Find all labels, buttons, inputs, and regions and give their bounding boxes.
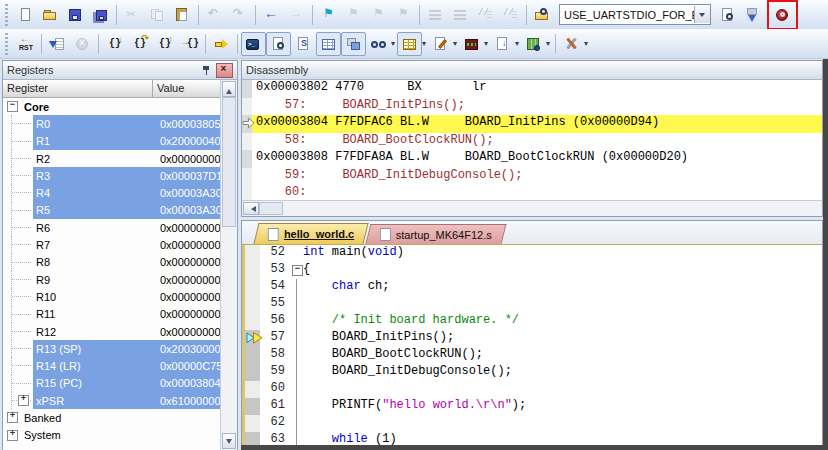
code-editor[interactable]: 52int main(void)53−{54 char ch;5556 /* I… xyxy=(242,245,822,450)
code-token: int xyxy=(303,245,325,259)
tree-expander-icon[interactable]: + xyxy=(7,430,18,441)
step-out-button[interactable] xyxy=(152,32,177,56)
register-row[interactable]: R40x00003A30 xyxy=(3,184,221,201)
register-row[interactable]: +xPSR0x61000000 xyxy=(3,392,221,409)
reset-button[interactable] xyxy=(13,32,38,56)
uncomment-icon xyxy=(502,7,519,23)
registers-list[interactable]: −CoreR00x00003805R10x20000040R20x0000000… xyxy=(3,98,221,444)
value-column-header[interactable]: Value xyxy=(153,80,221,98)
register-value: 0x00003A30 xyxy=(156,202,222,219)
analysis-windows-button[interactable] xyxy=(459,32,484,56)
find-next-button[interactable] xyxy=(715,3,740,27)
find-in-files-button[interactable] xyxy=(530,3,555,27)
register-row[interactable]: R30x000037D1 xyxy=(3,167,221,184)
memory-windows-button[interactable] xyxy=(397,32,422,56)
scroll-left-icon[interactable] xyxy=(243,202,259,215)
register-name: R12 xyxy=(33,323,156,340)
symbol-window-button[interactable] xyxy=(291,32,316,56)
indent-button xyxy=(423,3,448,27)
save-all-button[interactable] xyxy=(88,3,113,27)
bookmark-clear-all-button xyxy=(391,3,416,27)
trace-windows-button[interactable] xyxy=(490,32,515,56)
register-row[interactable]: R80x00000000 xyxy=(3,254,221,271)
disassembly-window-button[interactable] xyxy=(266,32,291,56)
tab-startup-mk64f12-s[interactable]: startup_MK64F12.s xyxy=(366,224,507,244)
show-next-statement-button[interactable] xyxy=(209,32,234,56)
registers-window-button[interactable] xyxy=(316,32,341,56)
register-row[interactable]: R13 (SP)0x20030000 xyxy=(3,340,221,357)
call-stack-window-button[interactable] xyxy=(341,32,366,56)
paste-button[interactable] xyxy=(170,3,195,27)
toolbar-grip[interactable] xyxy=(5,4,8,26)
system-viewer-dropdown-icon[interactable]: ▾ xyxy=(546,39,552,48)
register-row[interactable]: +System xyxy=(3,427,221,444)
navigate-back-button[interactable] xyxy=(259,3,284,27)
tree-expander-icon[interactable]: − xyxy=(7,101,18,112)
scrollbar-thumb[interactable] xyxy=(259,202,283,215)
tree-gutter xyxy=(3,219,33,236)
register-row[interactable]: R100x00000000 xyxy=(3,288,221,305)
line-number: 59 xyxy=(260,364,290,381)
code-line: 54 char ch; xyxy=(245,279,822,296)
register-row[interactable]: R20x00000000 xyxy=(3,150,221,167)
fold-collapse-icon[interactable]: − xyxy=(292,265,303,276)
code-text: { xyxy=(303,262,822,279)
paste-icon xyxy=(174,7,191,23)
disassembly-content[interactable]: 0x00003802 4770 BX lr 57: BOARD_InitPins… xyxy=(242,79,822,201)
register-row[interactable]: R120x00000000 xyxy=(3,323,221,340)
scrollbar-thumb[interactable] xyxy=(222,97,236,227)
disassembly-hscrollbar[interactable] xyxy=(242,200,822,216)
watch-windows-button[interactable] xyxy=(366,32,391,56)
toolbar-grip[interactable] xyxy=(5,33,8,55)
register-value: 0x00003805 xyxy=(156,115,221,132)
close-icon[interactable] xyxy=(216,63,233,78)
register-row[interactable]: R110x00000000 xyxy=(3,306,221,323)
new-file-button[interactable] xyxy=(13,3,38,27)
toolbox-button[interactable] xyxy=(559,32,584,56)
editor-tab-bar: hello_world.c startup_MK64F12.s xyxy=(242,221,822,245)
reset-icon xyxy=(17,36,34,52)
register-row[interactable]: R10x20000040 xyxy=(3,133,221,150)
disassembly-text: 57: BOARD_InitPins(); xyxy=(252,98,465,116)
register-row[interactable]: R14 (LR)0x00000C75 xyxy=(3,357,221,374)
run-to-cursor-button[interactable] xyxy=(177,32,202,56)
tree-expander-icon[interactable]: + xyxy=(18,395,29,406)
tab-hello-world-c[interactable]: hello_world.c xyxy=(253,223,369,244)
register-row[interactable]: R00x00003805 xyxy=(3,115,221,132)
register-row[interactable]: +Banked xyxy=(3,409,221,426)
exec-mark xyxy=(245,381,260,398)
pin-icon[interactable] xyxy=(200,64,213,76)
command-window-button[interactable] xyxy=(241,32,266,56)
copy-button xyxy=(145,3,170,27)
scroll-down-icon[interactable] xyxy=(222,433,236,449)
find-highlight-button[interactable] xyxy=(770,3,795,27)
run-button[interactable] xyxy=(45,32,70,56)
incremental-find-button[interactable] xyxy=(740,3,765,27)
register-row[interactable]: R60x00000000 xyxy=(3,219,221,236)
register-name: Banked xyxy=(21,409,144,426)
register-column-header[interactable]: Register xyxy=(3,80,153,98)
register-row[interactable]: −Core xyxy=(3,98,221,115)
cut-button xyxy=(120,3,145,27)
tree-gutter: + xyxy=(3,409,21,426)
watch-windows-group: ▾ xyxy=(366,32,397,56)
search-text-combo[interactable]: USE_UARTSTDIO_FOR_EF xyxy=(559,4,711,25)
toolbox-dropdown-icon[interactable]: ▾ xyxy=(584,39,590,48)
register-row[interactable]: R90x00000000 xyxy=(3,271,221,288)
register-row[interactable]: R50x00003A30 xyxy=(3,202,221,219)
scroll-up-icon[interactable] xyxy=(222,81,236,97)
system-viewer-button[interactable] xyxy=(521,32,546,56)
register-name: R14 (LR) xyxy=(33,357,156,374)
register-row[interactable]: R70x00000000 xyxy=(3,236,221,253)
step-into-button[interactable] xyxy=(102,32,127,56)
open-file-button[interactable] xyxy=(38,3,63,27)
step-over-button[interactable] xyxy=(127,32,152,56)
register-row[interactable]: R15 (PC)0x00003804 xyxy=(3,375,221,392)
registers-scrollbar[interactable] xyxy=(220,80,237,450)
bookmark-toggle-button[interactable] xyxy=(316,3,341,27)
save-button[interactable] xyxy=(63,3,88,27)
serial-windows-button[interactable] xyxy=(428,32,453,56)
combo-dropdown-icon[interactable] xyxy=(694,6,710,23)
find-highlight-icon xyxy=(774,7,791,23)
tree-expander-icon[interactable]: + xyxy=(7,412,18,423)
